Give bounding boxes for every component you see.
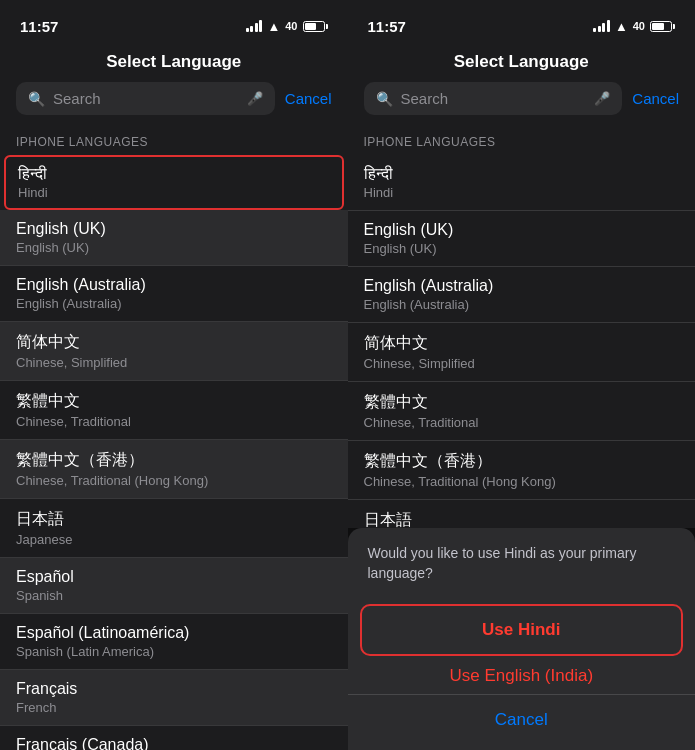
search-icon-left: 🔍 — [28, 91, 45, 107]
lang-native-zh-tw-left: 繁體中文 — [16, 391, 332, 412]
section-header-left: IPHONE LANGUAGES — [0, 127, 348, 155]
lang-native-zh-hk-left: 繁體中文（香港） — [16, 450, 332, 471]
use-hindi-label: Use Hindi — [482, 620, 560, 639]
lang-native-es-la-left: Español (Latinoamérica) — [16, 624, 332, 642]
page-header-right: Select Language — [348, 44, 696, 82]
lang-english-es-la-left: Spanish (Latin America) — [16, 644, 332, 659]
lang-english-ja-left: Japanese — [16, 532, 332, 547]
lang-native-ja-left: 日本語 — [16, 509, 332, 530]
language-item-zh-cn-left[interactable]: 简体中文 Chinese, Simplified — [0, 322, 348, 381]
language-item-en-uk-right[interactable]: English (UK) English (UK) — [348, 211, 696, 267]
search-icon-right: 🔍 — [376, 91, 393, 107]
dialog-divider — [348, 694, 696, 695]
language-item-hindi-left[interactable]: हिन्दी Hindi — [4, 155, 344, 210]
page-header-left: Select Language — [0, 44, 348, 82]
lang-english-zh-cn-left: Chinese, Simplified — [16, 355, 332, 370]
dialog-message: Would you like to use Hindi as your prim… — [348, 528, 696, 597]
lang-native-zh-tw-right: 繁體中文 — [364, 392, 680, 413]
lang-english-fr-left: French — [16, 700, 332, 715]
language-item-zh-hk-left[interactable]: 繁體中文（香港） Chinese, Traditional (Hong Kong… — [0, 440, 348, 499]
lang-english-en-uk-right: English (UK) — [364, 241, 680, 256]
language-item-en-au-right[interactable]: English (Australia) English (Australia) — [348, 267, 696, 323]
lang-english-zh-hk-left: Chinese, Traditional (Hong Kong) — [16, 473, 332, 488]
lang-english-en-au-right: English (Australia) — [364, 297, 680, 312]
language-item-zh-cn-right[interactable]: 简体中文 Chinese, Simplified — [348, 323, 696, 382]
dialog-overlay: Would you like to use Hindi as your prim… — [348, 528, 696, 750]
status-icons-right: ▲ 40 — [593, 19, 675, 34]
language-item-es-la-left[interactable]: Español (Latinoamérica) Spanish (Latin A… — [0, 614, 348, 670]
language-item-ja-left[interactable]: 日本語 Japanese — [0, 499, 348, 558]
language-item-zh-tw-right[interactable]: 繁體中文 Chinese, Traditional — [348, 382, 696, 441]
status-bar-right: 11:57 ▲ 40 — [348, 0, 696, 44]
lang-native-en-au-right: English (Australia) — [364, 277, 680, 295]
wifi-icon-right: ▲ — [615, 19, 628, 34]
language-item-fr-left[interactable]: Français French — [0, 670, 348, 726]
status-time-left: 11:57 — [20, 18, 58, 35]
right-panel: 11:57 ▲ 40 Select Language 🔍 Search 🎤 Ca… — [348, 0, 696, 750]
signal-icon-right — [593, 20, 610, 32]
mic-icon-right[interactable]: 🎤 — [594, 91, 610, 106]
battery-text-left: 40 — [285, 20, 297, 32]
mic-icon-left[interactable]: 🎤 — [247, 91, 263, 106]
use-hindi-button[interactable]: Use Hindi — [360, 604, 684, 656]
lang-english-zh-hk-right: Chinese, Traditional (Hong Kong) — [364, 474, 680, 489]
lang-native-zh-cn-right: 简体中文 — [364, 333, 680, 354]
language-item-zh-hk-right[interactable]: 繁體中文（香港） Chinese, Traditional (Hong Kong… — [348, 441, 696, 500]
lang-native-es-left: Español — [16, 568, 332, 586]
lang-english-hindi-left: Hindi — [18, 185, 330, 200]
page-title-left: Select Language — [106, 52, 241, 71]
dialog-cancel-button[interactable]: Cancel — [348, 698, 696, 742]
lang-english-hindi-right: Hindi — [364, 185, 680, 200]
search-placeholder-right: Search — [401, 90, 587, 107]
language-item-zh-tw-left[interactable]: 繁體中文 Chinese, Traditional — [0, 381, 348, 440]
lang-native-en-au-left: English (Australia) — [16, 276, 332, 294]
lang-native-en-uk-left: English (UK) — [16, 220, 332, 238]
language-item-es-left[interactable]: Español Spanish — [0, 558, 348, 614]
battery-icon-left — [303, 21, 328, 32]
language-list-left: हिन्दी Hindi English (UK) English (UK) E… — [0, 155, 348, 750]
left-panel: 11:57 ▲ 40 Select Language 🔍 Search 🎤 Ca… — [0, 0, 348, 750]
lang-native-zh-hk-right: 繁體中文（香港） — [364, 451, 680, 472]
status-icons-left: ▲ 40 — [246, 19, 328, 34]
battery-text-right: 40 — [633, 20, 645, 32]
lang-english-zh-tw-left: Chinese, Traditional — [16, 414, 332, 429]
lang-english-zh-cn-right: Chinese, Simplified — [364, 356, 680, 371]
lang-native-zh-cn-left: 简体中文 — [16, 332, 332, 353]
use-english-india-label: Use English (India) — [449, 666, 593, 685]
cancel-search-right[interactable]: Cancel — [632, 90, 679, 107]
lang-native-fr-ca-left: Français (Canada) — [16, 736, 332, 750]
language-item-hindi-right[interactable]: हिन्दी Hindi — [348, 155, 696, 211]
use-english-india-button[interactable]: Use English (India) — [348, 662, 696, 690]
lang-english-es-left: Spanish — [16, 588, 332, 603]
search-placeholder-left: Search — [53, 90, 239, 107]
search-bar-right[interactable]: 🔍 Search 🎤 — [364, 82, 623, 115]
language-item-fr-ca-left[interactable]: Français (Canada) French (Canada) — [0, 726, 348, 750]
page-title-right: Select Language — [454, 52, 589, 71]
lang-native-hindi-right: हिन्दी — [364, 165, 680, 183]
lang-native-en-uk-right: English (UK) — [364, 221, 680, 239]
dialog-cancel-label: Cancel — [495, 710, 548, 729]
signal-icon-left — [246, 20, 263, 32]
lang-native-hindi-left: हिन्दी — [18, 165, 330, 183]
battery-icon-right — [650, 21, 675, 32]
status-time-right: 11:57 — [368, 18, 406, 35]
lang-english-en-au-left: English (Australia) — [16, 296, 332, 311]
search-container-left: 🔍 Search 🎤 Cancel — [0, 82, 348, 127]
status-bar-left: 11:57 ▲ 40 — [0, 0, 348, 44]
search-bar-left[interactable]: 🔍 Search 🎤 — [16, 82, 275, 115]
cancel-search-left[interactable]: Cancel — [285, 90, 332, 107]
search-container-right: 🔍 Search 🎤 Cancel — [348, 82, 696, 127]
section-header-right: IPHONE LANGUAGES — [348, 127, 696, 155]
language-item-en-uk-left[interactable]: English (UK) English (UK) — [0, 210, 348, 266]
dialog-box: Would you like to use Hindi as your prim… — [348, 528, 696, 750]
language-item-en-au-left[interactable]: English (Australia) English (Australia) — [0, 266, 348, 322]
lang-english-en-uk-left: English (UK) — [16, 240, 332, 255]
lang-english-zh-tw-right: Chinese, Traditional — [364, 415, 680, 430]
lang-native-fr-left: Français — [16, 680, 332, 698]
wifi-icon-left: ▲ — [267, 19, 280, 34]
